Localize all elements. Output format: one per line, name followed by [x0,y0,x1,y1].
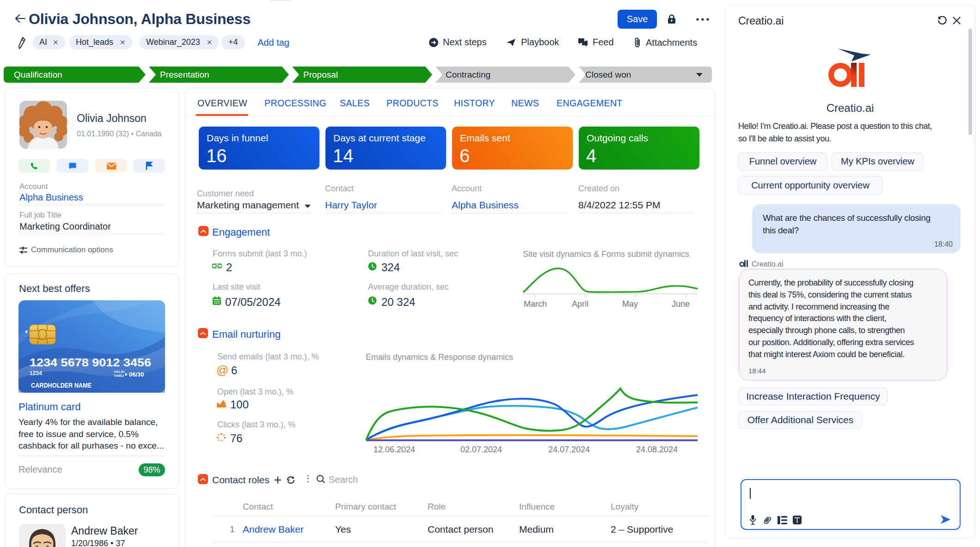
svg-text:24.08.2024: 24.08.2024 [636,445,678,454]
svg-text:06/30: 06/30 [129,371,144,378]
svg-text:Closed won: Closed won [585,70,631,79]
svg-text:May: May [622,299,638,309]
svg-text:1234 5678 9012 3456: 1234 5678 9012 3456 [30,356,151,369]
svg-text:Contracting: Contracting [446,70,490,79]
svg-text:24.07.2024: 24.07.2024 [548,445,590,454]
svg-text:March: March [524,299,547,309]
svg-text:CARDHOLDER NAME: CARDHOLDER NAME [31,382,92,389]
svg-text:VALID: VALID [114,370,125,374]
svg-text:1234: 1234 [30,370,42,377]
svg-text:June: June [672,299,690,309]
svg-text:02.07.2024: 02.07.2024 [460,445,502,454]
svg-text:April: April [572,299,588,309]
svg-text:THRU: THRU [114,374,124,378]
svg-text:Presentation: Presentation [160,70,209,79]
svg-text:Qualification: Qualification [14,70,62,79]
svg-text:Proposal: Proposal [303,70,338,79]
svg-text:12.06.2024: 12.06.2024 [374,445,415,454]
